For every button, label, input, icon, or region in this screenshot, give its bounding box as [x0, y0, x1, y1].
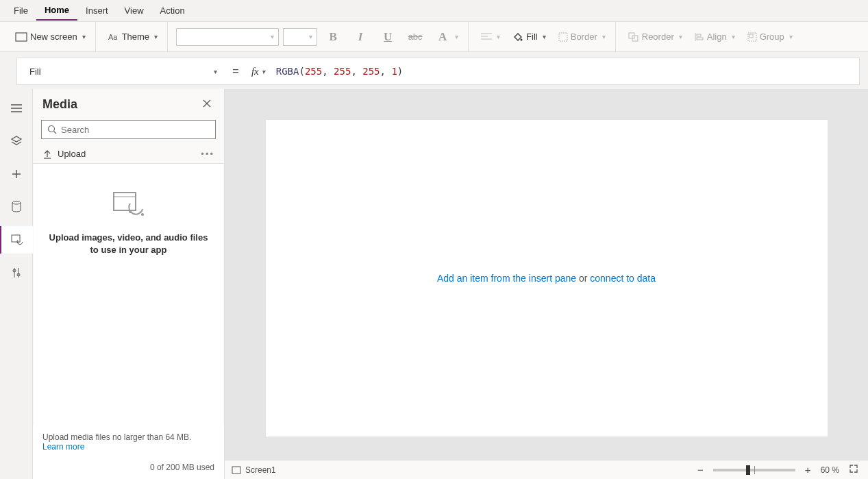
- new-screen-label: New screen: [30, 32, 77, 42]
- close-panel-button[interactable]: [199, 96, 214, 113]
- svg-point-21: [17, 242, 18, 243]
- zoom-thumb[interactable]: [746, 465, 750, 475]
- theme-button[interactable]: Aa Theme ▾: [104, 29, 162, 45]
- align-left-icon: [481, 32, 492, 42]
- media-size-note: Upload media files no larger than 64 MB.: [42, 432, 191, 442]
- border-button[interactable]: Border ▾: [554, 29, 610, 45]
- chevron-down-icon: ▾: [789, 33, 793, 40]
- reorder-button[interactable]: Reorder ▾: [624, 29, 686, 45]
- zoom-out-button[interactable]: −: [695, 464, 706, 476]
- formula-input[interactable]: RGBA(255, 255, 255, 1): [268, 66, 852, 77]
- formula-function: RGBA: [276, 66, 299, 77]
- zoom-slider[interactable]: [713, 469, 795, 471]
- media-panel: Media Upload •••: [33, 89, 225, 479]
- equals-sign: =: [223, 64, 249, 78]
- rail-data[interactable]: [0, 193, 33, 221]
- upload-button[interactable]: Upload: [42, 149, 86, 159]
- chevron-down-icon: ▾: [262, 68, 265, 75]
- insert-pane-link[interactable]: Add an item from the insert pane: [437, 273, 576, 284]
- svg-rect-10: [697, 34, 701, 36]
- plus-icon: [11, 169, 22, 180]
- font-family-select[interactable]: ▾: [176, 28, 279, 46]
- status-bar: Screen1 − + 60 %: [225, 460, 868, 479]
- ribbon: New screen ▾ Aa Theme ▾ ▾ ▾ B I U abc A▾: [0, 22, 868, 52]
- menu-view[interactable]: View: [116, 1, 152, 20]
- underline-button[interactable]: U: [376, 27, 399, 47]
- screen-indicator-icon: [232, 466, 241, 474]
- property-name: Fill: [29, 66, 41, 77]
- upload-label: Upload: [58, 149, 86, 159]
- database-icon: [11, 201, 22, 213]
- fill-label: Fill: [526, 32, 538, 42]
- svg-line-29: [54, 132, 57, 134]
- paint-bucket-icon: [512, 32, 523, 42]
- zoom-in-button[interactable]: +: [802, 464, 814, 476]
- font-color-button[interactable]: A▾: [431, 27, 462, 47]
- align-label: Align: [707, 32, 727, 42]
- rail-advanced[interactable]: [0, 259, 33, 286]
- canvas-stage: Add an item from the insert pane or conn…: [225, 89, 868, 460]
- group-icon: [747, 32, 757, 42]
- svg-rect-31: [114, 193, 136, 210]
- group-button[interactable]: Group ▾: [743, 29, 797, 45]
- zoom-tick: [754, 466, 755, 474]
- rail-layers[interactable]: [0, 127, 33, 155]
- svg-rect-20: [12, 235, 20, 242]
- screen-canvas[interactable]: Add an item from the insert pane or conn…: [266, 120, 828, 437]
- chevron-down-icon: ▾: [497, 33, 500, 40]
- menu-action[interactable]: Action: [152, 1, 193, 20]
- chevron-down-icon: ▾: [543, 33, 546, 40]
- fullscreen-button[interactable]: [846, 464, 861, 476]
- media-search-input[interactable]: [61, 125, 210, 135]
- rail-insert[interactable]: [0, 160, 33, 188]
- hint-or: or: [576, 273, 590, 284]
- search-icon: [47, 125, 57, 134]
- chevron-down-icon: ▾: [82, 33, 86, 40]
- reorder-icon: [628, 32, 639, 42]
- align-button[interactable]: Align ▾: [691, 29, 739, 45]
- learn-more-link[interactable]: Learn more: [42, 442, 84, 452]
- svg-point-34: [141, 213, 144, 216]
- rail-media[interactable]: [0, 226, 33, 254]
- group-label: Group: [760, 32, 784, 42]
- svg-text:Aa: Aa: [108, 33, 118, 41]
- close-icon: [202, 100, 212, 110]
- text-align-button[interactable]: ▾: [477, 29, 504, 45]
- current-screen-name: Screen1: [245, 465, 276, 475]
- theme-label: Theme: [122, 32, 149, 42]
- svg-rect-13: [749, 34, 753, 38]
- fx-icon[interactable]: fx ▾: [249, 66, 268, 77]
- connect-data-link[interactable]: connect to data: [590, 273, 656, 284]
- expand-icon: [849, 464, 858, 476]
- menu-bar: File Home Insert View Action: [0, 0, 868, 22]
- italic-button[interactable]: I: [349, 27, 372, 47]
- svg-point-19: [12, 201, 21, 204]
- svg-rect-0: [16, 33, 27, 41]
- rail-tree-view[interactable]: [0, 95, 33, 122]
- svg-rect-35: [232, 467, 240, 474]
- menu-file[interactable]: File: [5, 1, 36, 20]
- reorder-label: Reorder: [642, 32, 674, 42]
- chevron-down-icon: ▾: [732, 33, 735, 40]
- menu-home[interactable]: Home: [36, 1, 77, 21]
- menu-insert[interactable]: Insert: [77, 1, 116, 20]
- strikethrough-button[interactable]: abc: [404, 29, 427, 45]
- media-panel-title: Media: [42, 97, 77, 112]
- more-options-button[interactable]: •••: [201, 149, 214, 159]
- bold-button[interactable]: B: [321, 27, 345, 47]
- chevron-down-icon: ▾: [154, 33, 158, 40]
- media-upload-row: Upload •••: [33, 145, 224, 164]
- media-panel-header: Media: [33, 89, 224, 117]
- formula-bar-container: Fill ▾ = fx ▾ RGBA(255, 255, 255, 1): [0, 52, 868, 89]
- svg-point-5: [521, 38, 523, 40]
- new-screen-button[interactable]: New screen ▾: [11, 29, 90, 45]
- theme-icon: Aa: [108, 32, 119, 42]
- main-content: Media Upload •••: [0, 89, 868, 479]
- property-select[interactable]: Fill ▾: [24, 62, 223, 81]
- media-search-box[interactable]: [41, 120, 216, 139]
- font-size-select[interactable]: ▾: [283, 28, 317, 46]
- media-usage-text: 0 of 200 MB used: [33, 458, 224, 479]
- media-icon: [11, 234, 23, 245]
- fill-button[interactable]: Fill ▾: [508, 29, 550, 45]
- screen-icon: [15, 32, 27, 42]
